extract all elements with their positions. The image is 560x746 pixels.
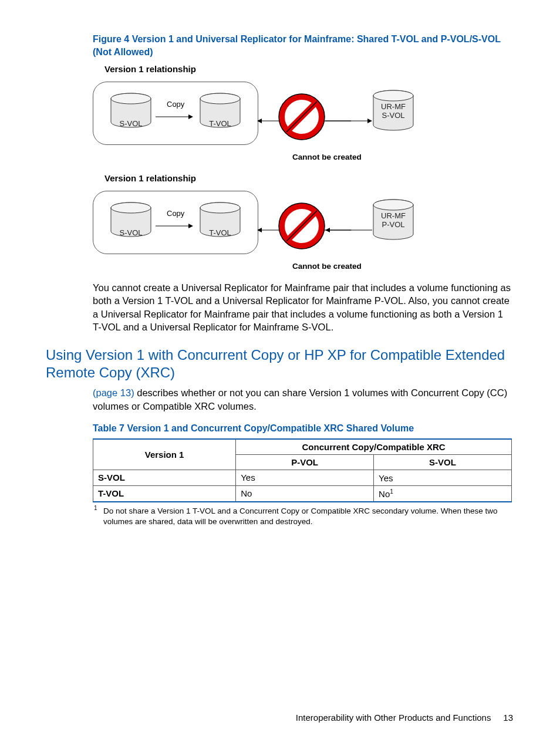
footnote-number: 1 (94, 504, 97, 512)
version1-group-2: S-VOL Copy T-VOL (93, 191, 258, 254)
figure-caption: Figure 4 Version 1 and Universal Replica… (93, 33, 513, 58)
urmf-svol-label: UR-MFS-VOL (371, 103, 416, 120)
svg-marker-28 (325, 228, 330, 232)
arrow-copy-icon-2 (156, 221, 193, 227)
shared-volume-table: Version 1 Concurrent Copy/Compatible XRC… (93, 438, 512, 502)
svol-label: S-VOL (109, 119, 153, 128)
diagram-row-2: S-VOL Copy T-VOL (93, 184, 513, 261)
row-label: S-VOL (93, 470, 236, 485)
diagram-row-1: S-VOL Copy T-VOL (93, 75, 513, 151)
relationship-title-2: Version 1 relationship (104, 173, 513, 183)
svg-point-17 (111, 202, 151, 213)
cannot-created-1: Cannot be created (292, 153, 513, 161)
table-caption: Table 7 Version 1 and Concurrent Copy/Co… (93, 423, 513, 434)
arrow-long-left2-icon (325, 225, 372, 231)
page-link[interactable]: (page 13) (93, 387, 134, 398)
copy-label-2: Copy (167, 209, 184, 218)
svg-point-31 (373, 200, 413, 210)
arrow-copy-icon (156, 112, 193, 117)
th-pvol: P-VOL (236, 454, 374, 470)
prohibited-icon (278, 93, 325, 140)
table-row: T-VOL No No1 (93, 485, 512, 502)
svg-point-5 (200, 93, 240, 104)
svg-marker-19 (188, 224, 193, 228)
cell-pvol: No (236, 485, 374, 502)
relationship-title-1: Version 1 relationship (104, 64, 513, 74)
prohibited-icon-2 (278, 202, 325, 249)
version1-group: S-VOL Copy T-VOL (93, 82, 258, 145)
svg-point-1 (111, 93, 151, 104)
svg-point-15 (373, 90, 413, 101)
th-cc-xrc: Concurrent Copy/Compatible XRC (236, 439, 512, 455)
cylinder-tvol: T-VOL (198, 93, 242, 134)
section-heading: Using Version 1 with Concurrent Copy or … (46, 346, 513, 382)
footer-page-number: 13 (503, 713, 513, 723)
svg-point-21 (200, 202, 240, 213)
urmf-pvol-label: UR-MFP-VOL (371, 212, 416, 229)
body-paragraph-1: You cannot create a Universal Replicator… (93, 281, 513, 333)
arrow-long-right-icon (325, 116, 372, 121)
row-label: T-VOL (93, 485, 236, 502)
cylinder-svol: S-VOL (109, 93, 153, 134)
svol-label-2: S-VOL (109, 228, 153, 237)
paragraph-2-rest: describes whether or not you can share V… (93, 387, 507, 411)
svg-marker-3 (188, 114, 193, 119)
cell-svol: No1 (374, 485, 512, 502)
footnote-text: Do not share a Version 1 T-VOL and a Con… (103, 507, 498, 526)
body-paragraph-2: (page 13) describes whether or not you c… (93, 386, 513, 413)
th-svol: S-VOL (374, 454, 512, 470)
cylinder-urmf-svol: UR-MFS-VOL (371, 90, 416, 137)
cylinder-urmf-pvol: UR-MFP-VOL (371, 199, 416, 246)
page-footer: Interoperability with Other Products and… (296, 713, 513, 723)
cylinder-tvol-2: T-VOL (198, 202, 242, 243)
cell-pvol: Yes (236, 470, 374, 485)
svg-marker-6 (257, 119, 262, 123)
footer-section: Interoperability with Other Products and… (296, 713, 491, 723)
table-row: S-VOL Yes Yes (93, 470, 512, 485)
th-version1: Version 1 (93, 439, 236, 470)
tvol-label: T-VOL (198, 119, 242, 128)
svg-marker-22 (257, 228, 262, 232)
cylinder-svol-2: S-VOL (109, 202, 153, 243)
copy-label: Copy (167, 100, 184, 109)
tvol-label-2: T-VOL (198, 228, 242, 237)
cannot-created-2: Cannot be created (292, 262, 513, 271)
cell-svol: Yes (374, 470, 512, 485)
figure-diagram: Version 1 relationship S-VOL Copy T-VOL (93, 64, 513, 271)
table-footnote: 1 Do not share a Version 1 T-VOL and a C… (93, 506, 513, 527)
